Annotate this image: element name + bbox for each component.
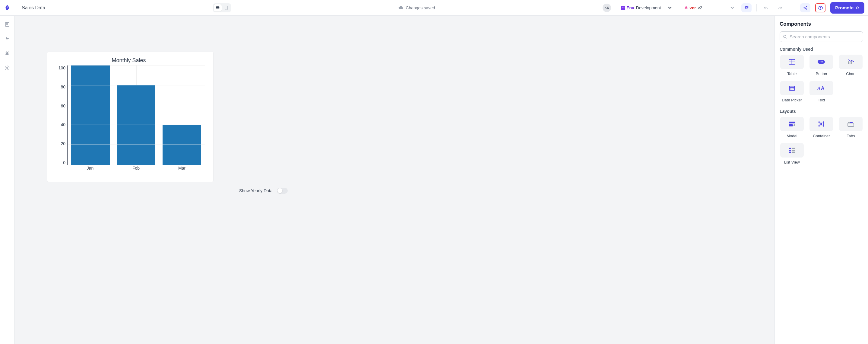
redo-button[interactable] xyxy=(775,3,784,12)
desktop-toggle[interactable] xyxy=(214,4,222,11)
chart-icon xyxy=(839,55,863,69)
undo-icon xyxy=(764,6,769,10)
svg-point-17 xyxy=(853,61,854,62)
component-chart[interactable]: Chart xyxy=(838,55,863,76)
svg-rect-39 xyxy=(789,152,791,153)
x-tick: Mar xyxy=(159,165,205,171)
svg-rect-12 xyxy=(789,59,795,64)
svg-point-19 xyxy=(790,88,791,89)
share-button[interactable] xyxy=(800,3,810,12)
bar xyxy=(117,85,155,165)
page-title: Sales Data xyxy=(22,5,45,10)
svg-point-23 xyxy=(792,89,792,90)
refresh-button[interactable] xyxy=(741,3,752,12)
mobile-toggle[interactable] xyxy=(222,4,230,11)
svg-rect-37 xyxy=(789,148,791,149)
x-tick: Feb xyxy=(113,165,159,171)
component-tabs[interactable]: Tabs xyxy=(838,117,863,138)
svg-point-32 xyxy=(823,125,824,127)
settings-icon[interactable] xyxy=(4,64,10,71)
redo-icon xyxy=(777,6,782,10)
pages-icon[interactable] xyxy=(4,21,10,28)
svg-rect-27 xyxy=(789,124,793,126)
svg-rect-2 xyxy=(217,9,218,9)
component-date[interactable]: Date Picker xyxy=(780,81,804,102)
save-status: Changes saved xyxy=(398,5,435,10)
svg-point-28 xyxy=(794,124,795,126)
svg-rect-41 xyxy=(792,150,795,151)
component-container[interactable]: Container xyxy=(809,117,834,138)
topbar: Sales Data Changes saved KR ⋯Env Develop… xyxy=(0,0,868,16)
y-tick: 100 xyxy=(59,65,65,70)
svg-point-15 xyxy=(821,62,822,62)
promote-button[interactable]: Promote xyxy=(830,2,864,13)
left-rail xyxy=(0,16,14,344)
divider xyxy=(616,4,616,11)
chart-y-axis: 100806040200 xyxy=(53,65,67,165)
component-label: Text xyxy=(818,98,825,102)
container-icon xyxy=(809,117,833,131)
eye-icon xyxy=(818,6,823,10)
mobile-icon xyxy=(225,6,228,10)
chart-widget[interactable]: Monthly Sales 100806040200 JanFebMar xyxy=(48,52,213,182)
components-panel: Components Commonly Used TableButtonChar… xyxy=(775,16,868,344)
component-table[interactable]: Table xyxy=(780,55,804,76)
app-logo[interactable] xyxy=(0,0,14,16)
x-tick: Jan xyxy=(67,165,113,171)
component-modal[interactable]: Modal xyxy=(780,117,804,138)
svg-point-14 xyxy=(820,62,820,62)
component-search[interactable] xyxy=(780,31,863,42)
env-chevron[interactable] xyxy=(665,4,674,12)
text-icon: AA xyxy=(809,81,833,95)
svg-text:A: A xyxy=(817,86,820,91)
svg-rect-38 xyxy=(789,150,791,151)
svg-point-11 xyxy=(783,35,786,37)
layers-icon xyxy=(684,6,688,10)
svg-point-0 xyxy=(7,6,8,7)
undo-button[interactable] xyxy=(762,3,771,12)
canvas[interactable]: Monthly Sales 100806040200 JanFebMar Sho… xyxy=(14,16,775,344)
svg-rect-34 xyxy=(848,123,854,126)
y-tick: 40 xyxy=(61,122,65,127)
component-button[interactable]: Button xyxy=(809,55,834,76)
cloud-check-icon xyxy=(398,6,403,10)
component-label: List View xyxy=(784,160,800,165)
version-chevron[interactable] xyxy=(728,4,737,12)
component-label: Tabs xyxy=(846,134,855,138)
search-input[interactable] xyxy=(789,34,860,39)
divider xyxy=(756,4,757,11)
cursor-icon[interactable] xyxy=(4,36,10,42)
svg-rect-26 xyxy=(789,122,795,123)
preview-button[interactable] xyxy=(815,3,826,12)
component-label: Table xyxy=(787,71,797,76)
env-selector[interactable]: ⋯Env Development xyxy=(621,5,661,10)
svg-point-31 xyxy=(818,125,820,127)
svg-rect-35 xyxy=(848,122,849,123)
promote-label: Promote xyxy=(835,5,854,10)
chart-x-axis: JanFebMar xyxy=(67,165,205,171)
component-label: Date Picker xyxy=(782,98,802,102)
version-selector[interactable]: ver v2 xyxy=(684,5,702,10)
list-icon xyxy=(780,143,804,157)
button-icon xyxy=(809,55,833,69)
bug-icon[interactable] xyxy=(4,50,10,57)
svg-rect-40 xyxy=(792,148,795,149)
chevron-down-icon xyxy=(668,7,672,9)
svg-point-9 xyxy=(6,52,8,56)
table-icon xyxy=(780,55,804,69)
toggle-switch[interactable] xyxy=(277,188,288,194)
component-list[interactable]: List View xyxy=(780,143,804,165)
section-layouts-label: Layouts xyxy=(780,109,863,114)
svg-text:A: A xyxy=(821,86,825,91)
device-toggle xyxy=(213,3,231,12)
svg-rect-1 xyxy=(216,6,220,8)
component-text[interactable]: AAText xyxy=(809,81,834,102)
desktop-icon xyxy=(216,6,220,10)
user-avatar[interactable]: KR xyxy=(602,4,611,12)
panel-title: Components xyxy=(780,21,863,27)
yearly-toggle-widget[interactable]: Show Yearly Data xyxy=(239,188,288,194)
chart-plot-area xyxy=(67,65,205,165)
svg-rect-36 xyxy=(850,122,852,123)
svg-rect-33 xyxy=(820,123,822,125)
y-tick: 20 xyxy=(61,141,65,146)
